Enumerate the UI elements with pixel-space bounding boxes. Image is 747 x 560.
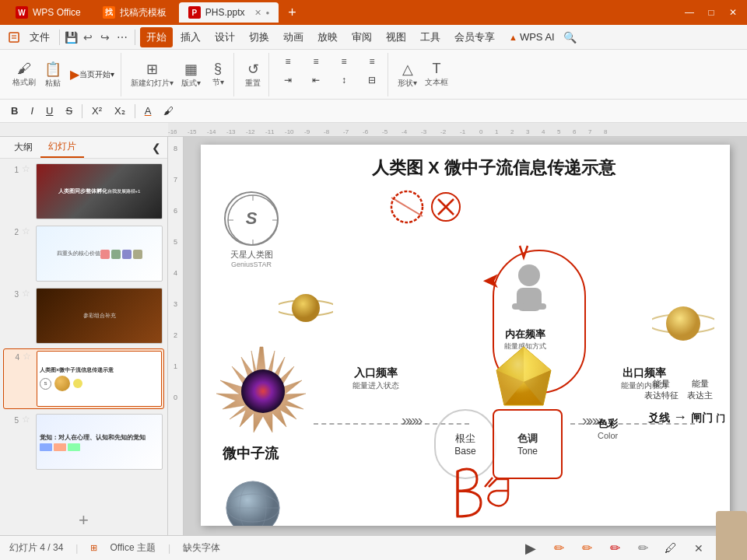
maximize-btn[interactable]: □ <box>703 5 719 20</box>
slide-star-2[interactable]: ☆ <box>22 226 33 236</box>
add-tab-btn[interactable]: + <box>282 5 303 21</box>
minimize-btn[interactable]: — <box>682 5 697 20</box>
logo-name: 天星人类图 <box>216 249 286 261</box>
justify-btn[interactable]: ≡ <box>359 53 384 70</box>
menu-insert[interactable]: 插入 <box>174 27 207 47</box>
italic-btn[interactable]: I <box>26 103 38 118</box>
svg-text:4: 4 <box>542 128 545 135</box>
slide-item-3[interactable]: 3 ☆ 参彩组合补充 <box>3 286 164 345</box>
tone-en-label: Tone <box>517 446 538 457</box>
close-btn[interactable]: ✕ <box>725 5 741 20</box>
pen-btn-4[interactable]: ✏ <box>632 537 654 559</box>
menu-design[interactable]: 设计 <box>209 27 241 47</box>
menu-file[interactable]: 文件 <box>23 27 56 47</box>
col-btn[interactable]: ⊟ <box>359 72 384 89</box>
menu-transition[interactable]: 切换 <box>243 27 275 47</box>
svg-point-50 <box>226 481 279 526</box>
svg-text:0: 0 <box>479 128 483 135</box>
slide-item-2[interactable]: 2 ☆ 四重头的核心价值 <box>3 224 164 283</box>
font-color-btn[interactable]: A <box>140 103 156 118</box>
dash-line-1 <box>314 423 469 425</box>
slide-star-3[interactable]: ☆ <box>22 288 33 299</box>
menu-review[interactable]: 审阅 <box>345 27 378 47</box>
align-right-btn[interactable]: ≡ <box>331 53 356 70</box>
slide-thumb-3: 参彩组合补充 <box>36 288 163 344</box>
slide-star-5[interactable]: ☆ <box>22 414 33 425</box>
menu-view[interactable]: 视图 <box>380 27 412 47</box>
tianxing-logo: S 天星人类图 GeniusSTAR <box>216 191 286 268</box>
new-slide-btn[interactable]: ⊞ 新建幻灯片▾ <box>128 56 177 93</box>
new-slide-label: 新建幻灯片▾ <box>131 78 174 89</box>
svg-text:5: 5 <box>557 128 561 135</box>
entry-sub-label: 能量进入状态 <box>352 380 399 391</box>
superscript-btn[interactable]: X² <box>87 103 107 118</box>
save-icon[interactable]: 💾 <box>63 30 79 45</box>
tab-find[interactable]: 找 找稿壳模板 <box>93 2 176 23</box>
menu-wps-ai[interactable]: ▲ WPS AI <box>503 28 561 46</box>
brush-btn[interactable]: 🖊 <box>660 537 682 559</box>
slide-canvas[interactable]: 人类图 X 微中子流信息传递示意 S 天星人类图 Geniu <box>201 145 730 526</box>
reset-btn[interactable]: ↺ 重置 <box>240 56 265 93</box>
more-icon[interactable]: ⋯ <box>114 30 130 45</box>
layout-btn[interactable]: ▦ 版式▾ <box>178 56 204 93</box>
slide-thumb-2: 四重头的核心价值 <box>36 226 163 282</box>
svg-text:2: 2 <box>510 128 514 135</box>
strikethrough-btn[interactable]: S <box>61 103 77 118</box>
slide-thumb-5: 觉知：对人在心理、认知和先知的觉知 <box>36 414 163 470</box>
paste-btn[interactable]: 📋 粘贴 <box>40 56 65 93</box>
sidebar-tab-slides[interactable]: 幻灯片 <box>40 137 84 158</box>
align-left-btn[interactable]: ≡ <box>275 53 300 70</box>
add-slide-area: + <box>0 506 167 535</box>
add-slide-btn[interactable]: + <box>79 510 89 530</box>
undo-icon[interactable]: ↩ <box>80 30 96 45</box>
paste-icon: 📋 <box>44 61 61 78</box>
saturn-planet <box>279 289 333 330</box>
menu-vip[interactable]: 会员专享 <box>448 27 501 47</box>
menu-start[interactable]: 开始 <box>140 27 173 47</box>
bottom-bar: 幻灯片 4 / 34 | ⊞ Office 主题 | 缺失字体 ▶ ✏ ✏ ✏ … <box>0 535 747 560</box>
play-btn[interactable]: ▶ <box>520 537 542 559</box>
linespace-btn[interactable]: ↕ <box>331 72 356 89</box>
textbox-btn[interactable]: T 文本框 <box>422 56 451 93</box>
search-icon[interactable]: 🔍 <box>563 30 578 45</box>
slide-title: 人类图 X 微中子流信息传递示意 <box>372 156 722 180</box>
section-btn[interactable]: § 节▾ <box>205 56 230 93</box>
sidebar-collapse-btn[interactable]: ❮ <box>152 142 161 154</box>
outdent-btn[interactable]: ⇤ <box>303 72 328 89</box>
expr-main-label: 表达主 <box>687 390 713 401</box>
pen-btn-2[interactable]: ✏ <box>576 537 598 559</box>
highlight-btn[interactable]: 🖌 <box>159 103 178 118</box>
bold-btn[interactable]: B <box>6 103 23 118</box>
tab-close-icon[interactable]: ✕ <box>254 8 261 18</box>
align-center-btn[interactable]: ≡ <box>303 53 328 70</box>
menu-slideshow[interactable]: 放映 <box>311 27 344 47</box>
slide-star-1[interactable]: ☆ <box>22 163 33 174</box>
menu-tools[interactable]: 工具 <box>414 27 447 47</box>
shape-btn[interactable]: △ 形状▾ <box>395 56 420 93</box>
eraser-btn[interactable]: ✕ <box>688 537 710 559</box>
slide-item-4[interactable]: 4 ☆ 人类图×微中子流信息传递示意 S <box>3 348 164 409</box>
pen-btn-1[interactable]: ✏ <box>548 537 570 559</box>
svg-text:3: 3 <box>526 128 530 135</box>
sidebar-tab-outline[interactable]: 大纲 <box>6 138 40 157</box>
subscript-btn[interactable]: X₂ <box>110 103 130 118</box>
menu-animation[interactable]: 动画 <box>277 27 310 47</box>
slide-item-5[interactable]: 5 ☆ 觉知：对人在心理、认知和先知的觉知 <box>3 412 164 471</box>
slide-star-4[interactable]: ☆ <box>23 351 33 362</box>
svg-text:-2: -2 <box>440 128 447 135</box>
find-icon: 找 <box>103 6 115 19</box>
format-brush-label: 格式刷 <box>12 77 36 88</box>
format-brush-btn[interactable]: 🖌 格式刷 <box>9 56 39 93</box>
slide-item-1[interactable]: 1 ☆ 人类图同步整体孵化自我发展路径+1 <box>3 162 164 221</box>
toolbar-group-align: ≡ ≡ ≡ ≡ ⇥ ⇤ ↕ ⊟ <box>272 53 388 96</box>
svg-text:-8: -8 <box>324 128 330 135</box>
start-slide-btn[interactable]: ▶ 当页开始▾ <box>67 56 117 93</box>
svg-point-58 <box>432 193 460 221</box>
pen-btn-3[interactable]: ✏ <box>604 537 626 559</box>
tab-phs[interactable]: P PHS.pptx ✕ ● <box>179 2 279 23</box>
underline-btn[interactable]: U <box>41 103 58 118</box>
redo-icon[interactable]: ↪ <box>97 30 113 45</box>
tab-wps[interactable]: W WPS Office <box>6 2 90 23</box>
file-menu-icon[interactable] <box>6 30 22 45</box>
indent-btn[interactable]: ⇥ <box>275 72 300 89</box>
